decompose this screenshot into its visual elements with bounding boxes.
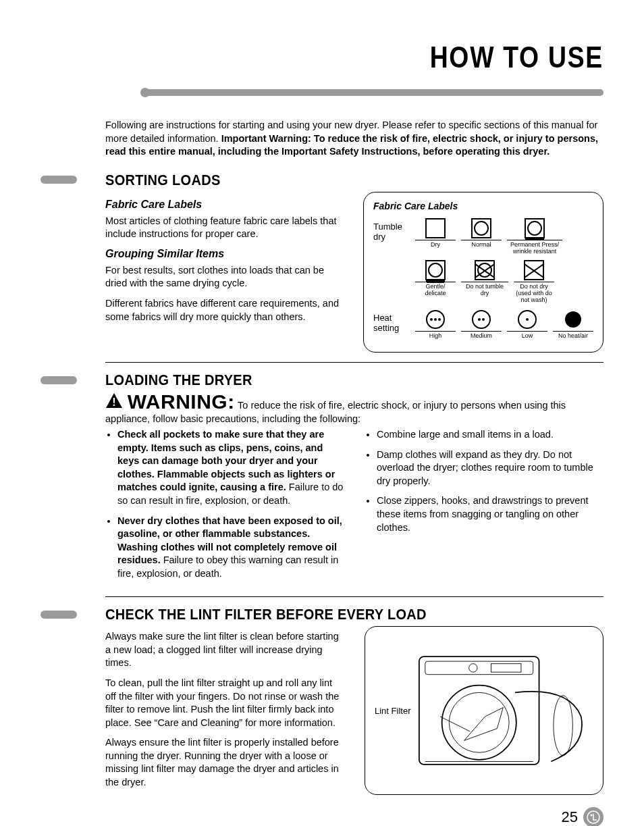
- care-cell-medium: Medium: [461, 309, 502, 340]
- lint-filter-content: Always make sure the lint filter is clea…: [105, 626, 603, 796]
- page-number: 25: [562, 808, 578, 826]
- svg-point-12: [591, 814, 593, 816]
- care-cell-no-tumble: Do not tumble dry: [461, 260, 508, 304]
- care-cell-no-dry: Do not dry (used with do not wash): [514, 260, 554, 304]
- section-sorting-loads-head: SORTING LOADS: [41, 172, 603, 188]
- svg-point-7: [450, 693, 510, 753]
- care-cell-high: High: [415, 309, 456, 340]
- svg-rect-2: [419, 656, 539, 765]
- page-title: HOW TO USE: [125, 41, 603, 74]
- header-bar: [144, 89, 603, 96]
- section-bullet-icon: [41, 376, 77, 384]
- loading-left-col: Check all pockets to make sure that they…: [105, 425, 344, 587]
- svg-text:!: !: [112, 396, 115, 408]
- section-loading-dryer-head: LOADING THE DRYER: [41, 372, 603, 388]
- svg-line-9: [440, 717, 470, 731]
- sorting-loads-left: Fabric Care Labels Most articles of clot…: [105, 192, 343, 353]
- lint-filter-left: Always make sure the lint filter is clea…: [105, 626, 344, 796]
- care-cell-gentle: Gentle/ delicate: [415, 260, 456, 304]
- warning-label: WARNING:: [128, 390, 235, 413]
- fabric-care-labels-heading: Fabric Care Labels: [105, 199, 343, 211]
- lint-filter-right: Lint Filter: [365, 626, 603, 796]
- loading-dryer-bullets: Check all pockets to make sure that they…: [105, 425, 603, 587]
- loading-dryer-content: ! WARNING: To reduce the risk of fire, e…: [105, 392, 603, 587]
- dryer-illustration-icon: [413, 636, 593, 785]
- section-bullet-icon: [41, 176, 77, 184]
- loading-right-col: Combine large and small items in a load.…: [365, 425, 603, 587]
- intro-paragraph: Following are instructions for starting …: [105, 119, 603, 159]
- care-row-tumble-dry: Tumble dry Dry Normal Permanent Press: [373, 218, 593, 304]
- care-row-label-tumble: Tumble dry: [373, 218, 408, 242]
- section-rule-1: [105, 362, 603, 363]
- sorting-loads-right: Fabric Care Labels Tumble dry Dry Normal: [363, 192, 603, 353]
- fabric-care-labels-text: Most articles of clothing feature fabric…: [105, 215, 343, 241]
- lint-p3: Always ensure the lint filter is properl…: [105, 736, 344, 789]
- loading-bullet-zippers: Close zippers, hooks, and drawstrings to…: [377, 494, 603, 534]
- svg-point-6: [442, 686, 516, 760]
- grouping-heading: Grouping Similar Items: [105, 248, 343, 260]
- care-box-title: Fabric Care Labels: [373, 201, 593, 211]
- fabric-care-labels-box: Fabric Care Labels Tumble dry Dry Normal: [363, 192, 603, 353]
- loading-bullet-overload: Damp clothes will expand as they dry. Do…: [377, 448, 603, 488]
- care-row-heat: Heat setting High Medium Low: [373, 309, 593, 340]
- section-lint-filter-head: CHECK THE LINT FILTER BEFORE EVERY LOAD: [41, 606, 603, 622]
- svg-point-4: [469, 664, 477, 672]
- loading-bullet-flammable: Never dry clothes that have been exposed…: [117, 515, 344, 581]
- header-rule: [41, 86, 603, 100]
- svg-point-8: [554, 696, 572, 756]
- lint-filter-diagram: Lint Filter: [365, 626, 603, 795]
- lint-filter-label: Lint Filter: [375, 706, 410, 716]
- section-rule-2: [105, 596, 603, 597]
- loading-bullet-combine: Combine large and small items in a load.: [377, 428, 603, 442]
- lg-logo-icon: [583, 807, 603, 826]
- care-row-label-heat: Heat setting: [373, 309, 408, 334]
- care-cell-perm-press: Permanent Press/ wrinkle resistant: [507, 218, 562, 255]
- sorting-loads-content: Fabric Care Labels Most articles of clot…: [105, 192, 603, 353]
- svg-rect-5: [491, 664, 521, 672]
- lint-p2: To clean, pull the lint filter straight …: [105, 677, 344, 729]
- section-bullet-icon: [41, 611, 77, 619]
- grouping-text-1: For best results, sort clothes into load…: [105, 264, 343, 290]
- care-cell-normal: Normal: [461, 218, 502, 255]
- loading-bullet-pockets: Check all pockets to make sure that they…: [117, 428, 344, 507]
- care-cell-low: Low: [507, 309, 547, 340]
- page-footer: 25: [41, 807, 603, 826]
- warning-triangle-icon: !: [105, 394, 128, 412]
- care-cell-noheat: No heat/air: [553, 309, 593, 340]
- section-sorting-loads-title: SORTING LOADS: [105, 172, 221, 188]
- svg-rect-3: [425, 661, 533, 675]
- page: HOW TO USE Following are instructions fo…: [0, 0, 644, 826]
- lint-p1: Always make sure the lint filter is clea…: [105, 630, 344, 670]
- care-cell-dry: Dry: [415, 218, 456, 255]
- section-loading-dryer-title: LOADING THE DRYER: [105, 371, 252, 388]
- warning-block: ! WARNING: To reduce the risk of fire, e…: [105, 392, 603, 425]
- grouping-text-2: Different fabrics have different care re…: [105, 297, 343, 324]
- section-lint-filter-title: CHECK THE LINT FILTER BEFORE EVERY LOAD: [105, 606, 427, 623]
